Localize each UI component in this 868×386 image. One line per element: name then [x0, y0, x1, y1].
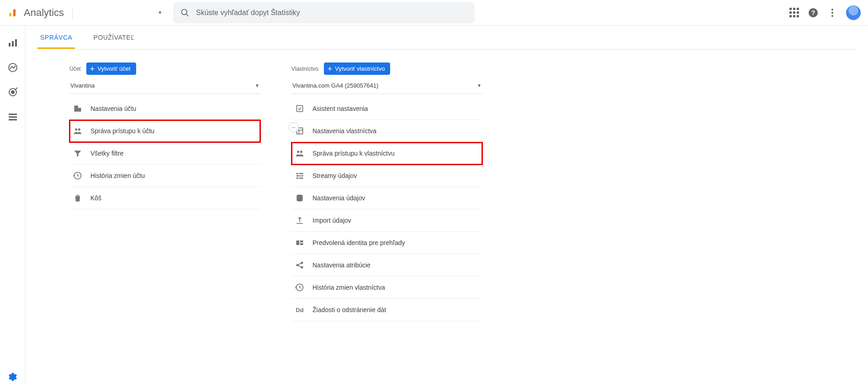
- svg-rect-33: [299, 177, 303, 179]
- property-item-label: Nastavenia údajov: [312, 194, 365, 202]
- svg-rect-9: [9, 43, 11, 47]
- account-column: Účet + Vytvoriť účet Vivantina ▼ Nastave…: [69, 63, 260, 321]
- gear-icon[interactable]: [6, 371, 17, 382]
- account-item[interactable]: Správa prístupu k účtu: [69, 120, 260, 142]
- explore-icon[interactable]: [7, 62, 18, 73]
- create-property-button[interactable]: + Vytvoriť vlastníctvo: [324, 63, 391, 75]
- tab-user[interactable]: POUŽÍVATEĽ: [90, 26, 137, 49]
- plus-icon: +: [90, 66, 95, 72]
- property-item[interactable]: Správa prístupu k vlastníctvu: [291, 142, 482, 165]
- svg-rect-36: [300, 240, 303, 242]
- tabs: SPRÁVCA POUŽÍVATEĽ: [37, 26, 856, 50]
- svg-rect-30: [296, 175, 300, 177]
- account-item-label: Správa prístupu k účtu: [90, 127, 154, 135]
- svg-rect-11: [15, 39, 17, 47]
- svg-point-20: [75, 128, 77, 130]
- chevron-down-icon: ▼: [255, 83, 259, 88]
- office-icon: [73, 104, 82, 113]
- account-item-label: Nastavenia účtu: [90, 105, 136, 112]
- configure-icon[interactable]: [7, 111, 18, 122]
- account-item[interactable]: Kôš: [69, 187, 260, 209]
- property-col-head: Vlastníctvo + Vytvoriť vlastníctvo: [291, 63, 482, 75]
- svg-rect-28: [296, 173, 299, 174]
- property-item-label: Žiadosti o odstránenie dát: [312, 306, 386, 313]
- account-header-label: Účet: [69, 66, 81, 72]
- svg-rect-32: [296, 177, 299, 179]
- upload-icon: [295, 216, 304, 225]
- svg-rect-37: [300, 243, 303, 245]
- brand-name: Analytics: [24, 7, 64, 19]
- svg-point-39: [301, 262, 302, 263]
- analytics-logo-icon: [7, 7, 18, 18]
- property-item[interactable]: Import údajov: [291, 209, 482, 232]
- create-account-button[interactable]: + Vytvoriť účet: [86, 63, 136, 75]
- account-item[interactable]: História zmien účtu: [69, 165, 260, 187]
- logo-group: Analytics: [7, 7, 64, 19]
- property-item-label: História zmien vlastníctva: [312, 284, 385, 291]
- property-item[interactable]: Nastavenia vlastníctva: [291, 120, 482, 142]
- account-item[interactable]: Nastavenia účtu: [69, 98, 260, 120]
- search-box[interactable]: [173, 2, 475, 23]
- account-selected: Vivantina: [70, 82, 95, 89]
- property-item[interactable]: Streamy údajov: [291, 165, 482, 187]
- account-item-label: Všetky filtre: [90, 150, 123, 157]
- svg-rect-22: [296, 105, 302, 111]
- apps-icon[interactable]: [789, 7, 799, 18]
- history-icon: [73, 171, 82, 180]
- svg-point-7: [831, 12, 833, 14]
- property-item[interactable]: História zmien vlastníctva: [291, 276, 482, 299]
- database-icon: [295, 193, 304, 203]
- check-icon: [295, 104, 304, 113]
- identity-icon: [295, 238, 304, 247]
- more-icon[interactable]: [827, 7, 838, 18]
- svg-point-38: [296, 264, 298, 266]
- account-picker[interactable]: ▼: [80, 10, 162, 15]
- divider: [72, 7, 73, 19]
- advertising-icon[interactable]: [7, 87, 18, 98]
- left-rail: [0, 26, 26, 386]
- property-item[interactable]: Nastavenia údajov: [291, 187, 482, 209]
- create-account-label: Vytvoriť účet: [97, 65, 130, 72]
- svg-point-2: [182, 9, 187, 15]
- svg-rect-35: [296, 240, 300, 245]
- svg-rect-17: [9, 119, 17, 120]
- dd-icon: Dd: [295, 305, 304, 314]
- svg-point-27: [300, 151, 302, 153]
- svg-line-3: [186, 14, 189, 16]
- svg-point-6: [831, 9, 833, 10]
- svg-rect-10: [12, 41, 14, 47]
- search-input[interactable]: [196, 9, 467, 17]
- plus-icon: +: [328, 66, 333, 72]
- svg-rect-18: [74, 105, 78, 111]
- svg-point-21: [78, 128, 80, 130]
- main-area: SPRÁVCA POUŽÍVATEĽ ↔ Účet + Vytvoriť úče…: [26, 26, 868, 386]
- user-avatar[interactable]: [846, 5, 861, 20]
- account-item[interactable]: Všetky filtre: [69, 142, 260, 165]
- attribution-icon: [295, 261, 304, 270]
- property-item-label: Správa prístupu k vlastníctvu: [312, 150, 395, 157]
- property-item-label: Asistent nastavenia: [312, 105, 368, 112]
- trash-icon: [73, 193, 82, 203]
- property-item-label: Predvolená identita pre prehľady: [312, 239, 405, 246]
- property-item[interactable]: Nastavenia atribúcie: [291, 254, 482, 276]
- help-icon[interactable]: ?: [808, 7, 819, 18]
- svg-point-26: [297, 151, 299, 153]
- reports-icon[interactable]: [7, 37, 18, 48]
- property-item[interactable]: Predvolená identita pre prehľady: [291, 232, 482, 254]
- property-item[interactable]: Asistent nastavenia: [291, 98, 482, 120]
- account-selector[interactable]: Vivantina ▼: [69, 79, 260, 94]
- account-item-label: Kôš: [90, 194, 101, 202]
- svg-rect-19: [78, 108, 81, 111]
- create-property-label: Vytvoriť vlastníctvo: [335, 65, 385, 72]
- property-item-label: Nastavenia vlastníctva: [312, 127, 376, 135]
- svg-rect-0: [9, 13, 11, 16]
- svg-point-14: [11, 91, 14, 94]
- account-menu-list: Nastavenia účtuSpráva prístupu k účtuVše…: [69, 98, 260, 209]
- tab-admin[interactable]: SPRÁVCA: [37, 26, 75, 49]
- columns: Účet + Vytvoriť účet Vivantina ▼ Nastave…: [69, 63, 856, 321]
- property-selector[interactable]: Vivantina.com GA4 (259057641) ▼: [291, 79, 482, 94]
- svg-rect-31: [301, 175, 303, 177]
- chevron-down-icon: ▼: [477, 83, 482, 88]
- swap-columns-icon[interactable]: ↔: [289, 122, 299, 132]
- property-item[interactable]: DdŽiadosti o odstránenie dát: [291, 299, 482, 321]
